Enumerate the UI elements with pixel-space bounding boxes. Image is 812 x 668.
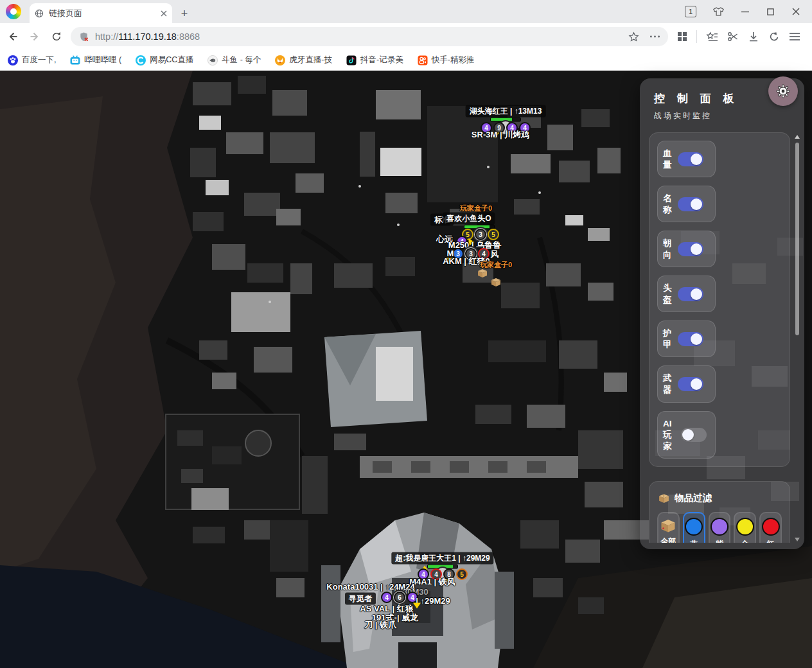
toggle-label: 血量: [663, 148, 674, 170]
url-port: :8868: [177, 31, 200, 42]
bookmark-baidu[interactable]: 百度一下,: [8, 55, 56, 66]
bookmark-label: 百度一下,: [22, 55, 56, 66]
refresh-icon: [51, 31, 62, 42]
theme-shirt-icon[interactable]: [713, 7, 724, 16]
toggle-direction[interactable]: 朝向: [657, 231, 716, 267]
url-bar[interactable]: http://111.170.19.18:8868: [71, 27, 668, 46]
box-icon: [660, 518, 676, 533]
apps-grid-icon[interactable]: [677, 31, 687, 42]
browser-titlebar: 链接页面 + 1: [0, 0, 812, 23]
bookmark-label: 网易CC直播: [150, 55, 193, 66]
filter-all-button[interactable]: 全部: [657, 512, 680, 543]
bookmark-douyin[interactable]: 抖音-记录美: [346, 55, 403, 66]
map-marker-plain: SR-3M | 川烤鸡: [472, 129, 529, 141]
toggle-switch[interactable]: [678, 377, 703, 391]
toggle-health[interactable]: 血量: [657, 141, 716, 177]
tab-title: 链接页面: [49, 8, 161, 19]
toggle-armor[interactable]: 护甲: [657, 321, 716, 357]
toggle-label: 朝向: [663, 238, 674, 260]
toggle-ai-players[interactable]: AI玩家: [657, 411, 716, 459]
url-text[interactable]: http://111.170.19.18:8868: [95, 31, 628, 42]
menu-hamburger-icon[interactable]: [789, 32, 800, 41]
close-icon[interactable]: [791, 7, 800, 16]
toggle-switch[interactable]: [678, 332, 703, 346]
toggle-label: 护甲: [663, 328, 674, 350]
cc-live-icon: [136, 55, 146, 66]
bookmark-bilibili[interactable]: 哔哩哔哩 (: [70, 55, 121, 66]
toggle-switch[interactable]: [678, 197, 703, 211]
loot-box-icon: [477, 268, 488, 281]
panel-scrollbar[interactable]: [794, 135, 800, 541]
insecure-shield-icon[interactable]: [78, 31, 89, 42]
scrollbar-thumb[interactable]: [795, 143, 799, 335]
bookmark-douyu[interactable]: 斗鱼 - 每个: [207, 55, 261, 66]
purple-rarity-swatch: [710, 518, 728, 536]
level-badge: 5: [456, 568, 468, 580]
box-icon: [658, 493, 669, 504]
globe-icon: [35, 9, 44, 18]
back-button[interactable]: [4, 28, 22, 46]
bookmark-huya[interactable]: 虎牙直播-技: [275, 55, 332, 66]
scrollbar-down-arrow-icon[interactable]: [795, 538, 800, 541]
bookmark-label: 快手-精彩推: [432, 55, 475, 66]
map-marker-plain: 刀 | 铁爪: [364, 619, 396, 631]
kuaishou-icon: [418, 55, 428, 66]
bookmark-label: 斗鱼 - 每个: [222, 55, 261, 66]
bilibili-tv-icon: [70, 55, 80, 66]
filter-blue-button[interactable]: 蓝: [683, 512, 705, 543]
maximize-icon[interactable]: [766, 8, 775, 16]
item-filter-section: 物品过滤 全部 蓝 紫 金 红: [649, 481, 790, 543]
map-marker-pill: 喜欢小鱼头O: [443, 213, 495, 225]
toggle-label: AI玩家: [663, 418, 677, 452]
huya-icon: [275, 55, 285, 66]
new-tab-button[interactable]: +: [176, 5, 193, 22]
favorites-list-icon[interactable]: [706, 31, 718, 42]
filter-label: 红: [767, 539, 775, 543]
back-icon: [7, 31, 19, 42]
bookmark-kuaishou[interactable]: 快手-精彩推: [418, 55, 475, 66]
loot-box-icon: [491, 277, 501, 290]
filter-label: 金: [741, 539, 749, 543]
bookmark-star-icon[interactable]: [628, 31, 639, 42]
toggle-helmet[interactable]: 头盔: [657, 276, 716, 312]
map-marker-pill: 超:我是唐王大王1 | ↑29M29: [391, 552, 493, 565]
filter-label: 全部: [660, 536, 676, 543]
gear-icon: [775, 84, 791, 99]
level-badge: 4: [381, 592, 393, 603]
download-icon[interactable]: [748, 31, 759, 42]
undo-icon[interactable]: [768, 31, 780, 42]
toolbar-divider: [696, 30, 697, 43]
gold-rarity-swatch: [736, 518, 754, 536]
minimize-icon[interactable]: [741, 7, 750, 16]
display-toggles-section: 血量 名称 朝向 头盔 护甲 武器 AI玩家: [649, 132, 790, 467]
toggle-switch[interactable]: [681, 428, 707, 442]
browser-logo-icon: [6, 4, 21, 19]
forward-icon: [29, 31, 40, 42]
toggle-label: 武器: [663, 373, 674, 395]
filter-red-button[interactable]: 红: [759, 512, 782, 543]
filter-purple-button[interactable]: 紫: [709, 512, 731, 543]
tab-close-icon[interactable]: [161, 10, 167, 17]
toggle-label: 名称: [663, 193, 674, 215]
toggle-name[interactable]: 名称: [657, 186, 716, 222]
filter-gold-button[interactable]: 金: [734, 512, 756, 543]
browser-tab[interactable]: 链接页面: [30, 3, 172, 23]
toggle-switch[interactable]: [678, 242, 703, 256]
filter-label: 紫: [716, 539, 723, 543]
toggle-weapon[interactable]: 武器: [657, 365, 716, 402]
toggle-switch[interactable]: [678, 287, 703, 301]
bookmark-cc[interactable]: 网易CC直播: [136, 55, 193, 66]
bookmarks-bar: 百度一下, 哔哩哔哩 ( 网易CC直播 斗鱼 - 每个 虎牙直播-技 抖音-记录…: [0, 50, 812, 71]
blue-rarity-swatch: [685, 518, 703, 536]
direction-arrow-icon: [413, 603, 421, 609]
screenshot-scissors-icon[interactable]: [727, 31, 739, 42]
red-rarity-swatch: [762, 518, 780, 536]
tab-count-badge[interactable]: 1: [685, 6, 696, 17]
toggle-switch[interactable]: [678, 152, 703, 166]
settings-button[interactable]: [768, 76, 798, 106]
refresh-button[interactable]: [48, 28, 66, 46]
more-options-icon[interactable]: [649, 35, 660, 39]
scrollbar-up-arrow-icon[interactable]: [795, 135, 800, 139]
browser-toolbar: http://111.170.19.18:8868: [0, 23, 812, 50]
forward-button[interactable]: [26, 28, 44, 46]
